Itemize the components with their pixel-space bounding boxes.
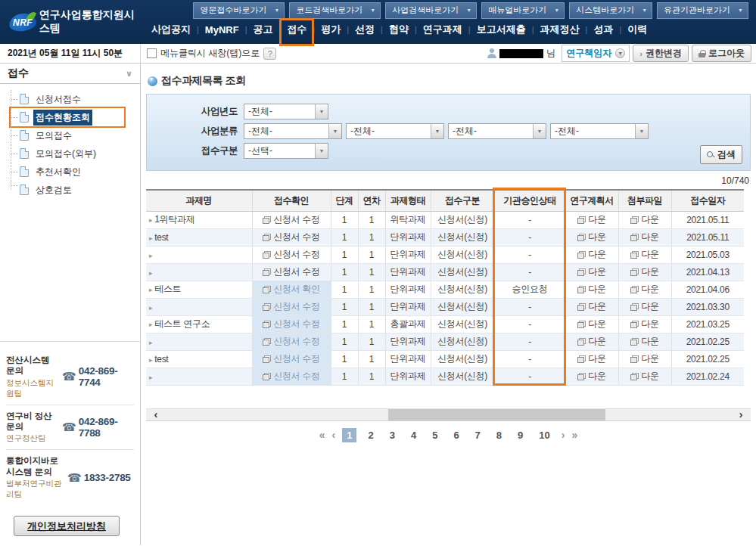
cell-confirm-link[interactable]: 신청서 수정: [252, 246, 331, 263]
chevron-down-icon[interactable]: ∨: [126, 69, 132, 79]
cell-attach-download[interactable]: 다운: [618, 228, 671, 246]
prev-page-button[interactable]: ‹: [332, 429, 336, 441]
first-page-button[interactable]: «: [319, 429, 325, 441]
scroll-right-icon[interactable]: ›: [731, 409, 751, 420]
privacy-policy-button[interactable]: 개인정보처리방침: [14, 516, 120, 536]
change-role-button[interactable]: › 권한변경: [633, 45, 689, 62]
cell-plan-download[interactable]: 다운: [565, 211, 618, 228]
cell-plan-download[interactable]: 다운: [565, 281, 618, 298]
quick-link-1[interactable]: 코드검색바로가기▼: [289, 2, 381, 19]
cell-confirm-link[interactable]: 신청서 수정: [252, 228, 331, 246]
cell-attach-download[interactable]: 다운: [618, 298, 671, 315]
page-button-4[interactable]: 4: [406, 428, 421, 442]
cell-attach-download[interactable]: 다운: [618, 246, 671, 263]
page-button-8[interactable]: 8: [492, 428, 506, 442]
cell-attach-download[interactable]: 다운: [618, 333, 671, 350]
filter-select-사업분류-3[interactable]: -전체-▼: [550, 123, 649, 139]
nav-item-사업공지[interactable]: 사업공지: [145, 21, 197, 38]
cell-confirm-link[interactable]: 신청서 수정: [252, 298, 331, 315]
cell-project-name[interactable]: ▸test: [146, 228, 252, 246]
cell-plan-download[interactable]: 다운: [565, 368, 618, 385]
cell-confirm-link[interactable]: 신청서 수정: [252, 211, 331, 228]
filter-select-사업년도-0[interactable]: -전체-▼: [244, 104, 328, 119]
cell-project-name[interactable]: ▸테스트: [146, 281, 252, 298]
cell-project-name[interactable]: ▸: [146, 263, 252, 281]
cell-project-name[interactable]: ▸: [146, 246, 252, 263]
cell-plan-download[interactable]: 다운: [565, 315, 618, 333]
nav-item-연구과제[interactable]: 연구과제: [417, 21, 468, 38]
nav-item-MyNRF[interactable]: MyNRF: [199, 23, 245, 37]
page-button-10[interactable]: 10: [534, 428, 554, 442]
cell-project-name[interactable]: ▸1위탁과제: [146, 211, 252, 228]
cell-project-name[interactable]: ▸test: [146, 350, 252, 368]
nav-item-접수[interactable]: 접수: [281, 21, 313, 38]
cell-plan-download[interactable]: 다운: [565, 246, 618, 263]
cell-plan-download[interactable]: 다운: [565, 298, 618, 315]
cell-project-name[interactable]: ▸테스트 연구소: [146, 315, 252, 333]
filter-select-사업분류-0[interactable]: -전체-▼: [244, 123, 342, 139]
nav-item-선정[interactable]: 선정: [349, 21, 381, 38]
page-button-2[interactable]: 2: [363, 428, 378, 442]
scrollbar-thumb[interactable]: [388, 409, 606, 420]
horizontal-scrollbar[interactable]: ‹ ›: [146, 408, 751, 421]
scroll-left-icon[interactable]: ‹: [146, 409, 166, 420]
page-button-5[interactable]: 5: [428, 428, 442, 442]
cell-confirm-link[interactable]: 신청서 확인: [252, 281, 331, 298]
page-button-9[interactable]: 9: [513, 428, 527, 442]
cell-project-name[interactable]: ▸: [146, 368, 252, 385]
page-button-3[interactable]: 3: [385, 428, 400, 442]
cell-attach-download[interactable]: 다운: [618, 315, 671, 333]
nav-item-공고[interactable]: 공고: [247, 21, 279, 38]
download-label: 다운: [641, 318, 658, 329]
cell-plan-download[interactable]: 다운: [565, 228, 618, 246]
new-window-checkbox[interactable]: [147, 48, 157, 58]
cell-confirm-link[interactable]: 신청서 수정: [252, 368, 331, 385]
nav-item-보고서제출[interactable]: 보고서제출: [471, 21, 532, 38]
sidebar-item-모의접수(외부)[interactable]: 모의접수(외부): [11, 144, 140, 163]
cell-attach-download[interactable]: 다운: [618, 368, 671, 385]
nav-item-평가[interactable]: 평가: [315, 21, 347, 38]
filter-select-사업분류-1[interactable]: -전체-▼: [346, 123, 444, 139]
sidebar-item-상호검토[interactable]: 상호검토: [11, 181, 140, 199]
cell-plan-download[interactable]: 다운: [565, 350, 618, 368]
cell-attach-download[interactable]: 다운: [618, 281, 671, 298]
logout-button[interactable]: 로그아웃: [692, 45, 751, 62]
sidebar-item-추천서확인[interactable]: 추천서확인: [11, 163, 140, 181]
sidebar-item-모의접수[interactable]: 모의접수: [11, 126, 140, 144]
cell-confirm-link[interactable]: 신청서 수정: [252, 315, 331, 333]
last-page-button[interactable]: »: [571, 429, 577, 441]
window-icon: [630, 321, 638, 327]
cell-attach-download[interactable]: 다운: [618, 350, 671, 368]
cell-confirm-link[interactable]: 신청서 수정: [252, 350, 331, 368]
filter-select-사업분류-2[interactable]: -전체-▼: [448, 123, 546, 139]
nav-item-협약[interactable]: 협약: [383, 21, 415, 38]
cell-project-name[interactable]: ▸: [146, 333, 252, 350]
search-button[interactable]: 검색: [700, 145, 742, 164]
next-page-button[interactable]: ›: [562, 429, 565, 441]
cell-plan-download[interactable]: 다운: [565, 333, 618, 350]
filter-select-접수구분-0[interactable]: -선택-▼: [244, 143, 328, 159]
quick-link-2[interactable]: 사업검색바로가기▼: [385, 2, 477, 19]
page-button-1[interactable]: 1: [342, 428, 356, 442]
logo[interactable]: NRF 연구사업통합지원시스템: [0, 0, 141, 44]
cell-confirm-link[interactable]: 신청서 수정: [252, 333, 331, 350]
sidebar-item-신청서접수[interactable]: 신청서접수: [11, 90, 140, 108]
sidebar-item-접수현황조회[interactable]: 접수현황조회: [11, 108, 124, 126]
cell-attach-download[interactable]: 다운: [618, 211, 671, 228]
page-button-6[interactable]: 6: [449, 428, 463, 442]
nav-item-이력[interactable]: 이력: [621, 21, 653, 38]
nav-item-과제정산[interactable]: 과제정산: [534, 21, 586, 38]
quick-link-4[interactable]: 시스템바로가기▼: [569, 2, 652, 19]
cell-attach-download[interactable]: 다운: [618, 263, 671, 281]
quick-link-3[interactable]: 매뉴얼바로가기▼: [481, 2, 565, 19]
role-selector[interactable]: 연구책임자 ▼: [562, 45, 630, 62]
help-button[interactable]: ?: [263, 48, 276, 60]
cell-plan-download[interactable]: 다운: [565, 263, 618, 281]
quick-link-0[interactable]: 영문접수바로가기▼: [193, 2, 285, 19]
page-button-7[interactable]: 7: [471, 428, 485, 442]
cell-receipt-date: 2021.04.13: [671, 263, 744, 281]
cell-confirm-link[interactable]: 신청서 수정: [252, 263, 331, 281]
quick-link-5[interactable]: 유관기관바로가기▼: [657, 2, 748, 19]
cell-project-name[interactable]: ▸: [146, 298, 252, 315]
nav-item-성과[interactable]: 성과: [587, 21, 619, 38]
